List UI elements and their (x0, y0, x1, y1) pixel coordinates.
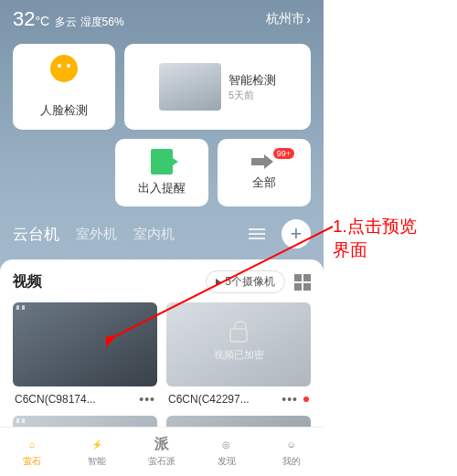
lock-icon (229, 328, 248, 343)
more-icon[interactable]: ••• (139, 392, 155, 407)
annotation-line1: 1.点击预览 (333, 215, 417, 238)
annotation-text: 1.点击预览 界面 (333, 215, 417, 261)
tab-indoor[interactable]: 室内机 (133, 226, 175, 243)
camera-item[interactable]: ▘▘ C6CN(C98174... ••• (13, 302, 157, 407)
camera-name: C6CN(C98174... (15, 393, 96, 406)
camera-count-pill[interactable]: 5个摄像机 (206, 270, 285, 293)
camera-count: 5个摄像机 (225, 274, 275, 290)
temperature: 32°C (13, 7, 49, 31)
feature-row-1: 人脸检测 智能检测 5天前 (0, 35, 324, 130)
nav-mine[interactable]: ☺ 我的 (259, 428, 324, 476)
face-detection-card[interactable]: 人脸检测 (13, 44, 115, 130)
nav-discover[interactable]: ◎ 发现 (194, 428, 259, 476)
detection-thumbnail (159, 63, 221, 111)
camera-item[interactable]: 视频已加密 C6CN(C42297... ••• (166, 302, 311, 407)
bottom-nav: ⌂ 萤石 ⚡ 智能 派 萤石派 ◎ 发现 ☺ 我的 (0, 427, 324, 476)
chevron-right-icon: › (306, 12, 311, 26)
nav-label: 发现 (218, 455, 236, 468)
nav-smart[interactable]: ⚡ 智能 (65, 428, 130, 476)
detect-time: 5天前 (228, 89, 276, 102)
nav-label: 萤石 (23, 455, 41, 468)
camera-name: C6CN(C42297... (168, 393, 250, 406)
ptz-tab-bar: 云台机 室外机 室内机 + (0, 206, 324, 256)
alert-dot-icon (303, 397, 309, 402)
camera-preview-locked[interactable]: 视频已加密 (166, 302, 311, 386)
city-name: 杭州市 (266, 11, 304, 27)
weather-desc: 多云 湿度56% (55, 15, 123, 30)
profile-icon: ☺ (282, 437, 301, 453)
video-title: 视频 (13, 272, 42, 291)
feature-row-2: 出入提醒 99+ 全部 (0, 130, 324, 206)
app-screen: 32°C 多云 湿度56% 杭州市 › 人脸检测 智能检测 5天前 出入提醒 9… (0, 0, 324, 476)
annotation-line2: 界面 (333, 238, 417, 262)
menu-icon[interactable] (249, 228, 265, 239)
weather-block[interactable]: 32°C 多云 湿度56% (13, 7, 124, 31)
entry-label: 出入提醒 (138, 180, 186, 196)
smart-icon: ⚡ (88, 437, 106, 453)
entry-alert-card[interactable]: 出入提醒 (115, 139, 208, 206)
all-card[interactable]: 99+ 全部 (218, 139, 311, 206)
nav-label: 智能 (88, 455, 106, 468)
video-header: 视频 5个摄像机 (13, 270, 311, 293)
discover-icon: ◎ (218, 437, 236, 453)
nav-label: 我的 (282, 455, 301, 468)
tab-ptz[interactable]: 云台机 (13, 224, 59, 245)
all-label: 全部 (252, 175, 276, 191)
detect-title: 智能检测 (228, 72, 276, 89)
nav-pai[interactable]: 派 萤石派 (130, 428, 195, 476)
pai-icon: 派 (153, 437, 171, 453)
nav-label: 萤石派 (148, 455, 175, 468)
add-button[interactable]: + (282, 219, 311, 249)
arrow-icon (251, 154, 277, 169)
grid-view-icon[interactable] (294, 274, 311, 291)
nav-home[interactable]: ⌂ 萤石 (0, 428, 65, 476)
face-label: 人脸检测 (40, 102, 88, 119)
smart-detection-card[interactable]: 智能检测 5天前 (124, 44, 311, 130)
home-icon: ⌂ (23, 437, 41, 453)
door-icon (151, 149, 173, 175)
camera-preview[interactable]: ▘▘ (13, 302, 157, 386)
status-bar: 32°C 多云 湿度56% 杭州市 › (0, 0, 324, 35)
tab-outdoor[interactable]: 室外机 (76, 226, 117, 243)
more-icon[interactable]: ••• (282, 392, 298, 407)
city-selector[interactable]: 杭州市 › (266, 11, 311, 27)
encrypted-label: 视频已加密 (214, 348, 264, 362)
face-icon (50, 55, 78, 82)
play-icon (216, 279, 221, 286)
brand-logo-icon: ▘▘ (16, 306, 27, 314)
